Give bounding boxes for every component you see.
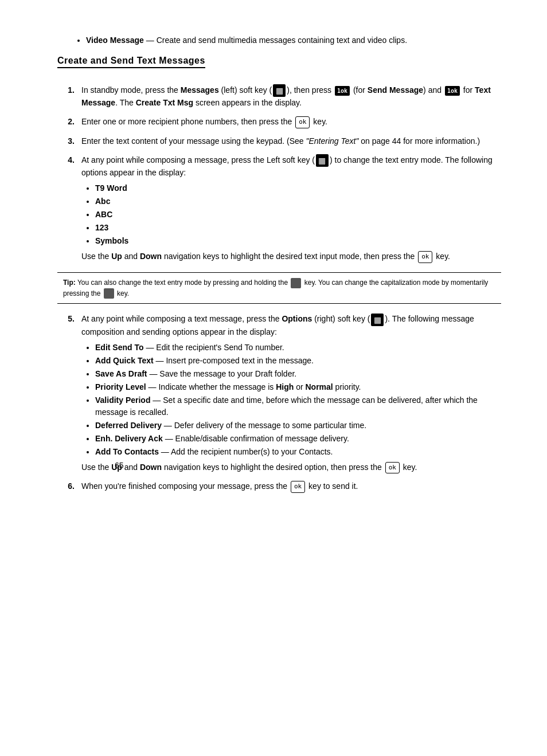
step-4-content: At any point while composing a message, … — [81, 154, 501, 263]
step-3: 3. Enter the text content of your messag… — [63, 135, 501, 147]
options-icon — [371, 314, 384, 326]
send-message-bold: Send Message — [368, 85, 423, 95]
option-symbols: Symbols — [95, 235, 501, 247]
step-6: 6. When you're finished composing your m… — [63, 480, 501, 493]
steps-list-continued: 5. At any point while composing a text m… — [63, 313, 501, 492]
step-3-content: Enter the text content of your message u… — [81, 135, 501, 147]
option-add-to-contacts: Add To Contacts — Add the recipient numb… — [95, 446, 501, 458]
tip-box: Tip: You can also change the text entry … — [57, 272, 501, 304]
tip-label: Tip: — [63, 279, 76, 287]
option-edit-send-to: Edit Send To — Edit the recipient's Send… — [95, 342, 501, 354]
step-5-options: Edit Send To — Edit the recipient's Send… — [81, 342, 501, 458]
messages-icon — [273, 84, 286, 97]
step-5-content: At any point while composing a text mess… — [81, 313, 501, 473]
option-enh-delivery-ack: Enh. Delivery Ack — Enable/disable confi… — [95, 433, 501, 445]
options-bold: Options — [282, 314, 312, 323]
entering-text-ref: "Entering Text" — [306, 136, 358, 146]
down-bold-5: Down — [140, 463, 162, 472]
step-1: 1. In standby mode, press the Messages (… — [63, 84, 501, 109]
step-4-options: T9 Word Abc ABC 123 Symbols — [81, 182, 501, 247]
option-save-as-draft: Save As Draft — Save the message to your… — [95, 368, 501, 380]
intro-bullet-video: Video Message — Create and send multimed… — [86, 34, 501, 46]
left-soft-key-icon — [316, 154, 329, 167]
create-txt-msg-bold: Create Txt Msg — [136, 98, 193, 107]
messages-bold: Messages — [181, 85, 219, 95]
abc-key-icon-1 — [291, 278, 301, 288]
page-container: Video Message — Create and send multimed… — [57, 34, 501, 493]
ok-key-step4: ok — [418, 251, 432, 263]
video-message-text: — Create and send multimedia messages co… — [146, 36, 407, 45]
down-bold: Down — [140, 252, 162, 261]
ok-key-step2: ok — [295, 116, 310, 128]
option-abc-upper: ABC — [95, 209, 501, 221]
send-msg-icon: 1ok — [335, 86, 350, 96]
step-2: 2. Enter one or more recipient phone num… — [63, 116, 501, 128]
abc-key-icon-2 — [104, 288, 114, 299]
step-4: 4. At any point while composing a messag… — [63, 154, 501, 263]
option-abc-cap: Abc — [95, 195, 501, 207]
option-t9word: T9 Word — [95, 182, 501, 194]
step-2-content: Enter one or more recipient phone number… — [81, 116, 501, 128]
option-deferred-delivery: Deferred Delivery — Defer delivery of th… — [95, 420, 501, 432]
step-5: 5. At any point while composing a text m… — [63, 313, 501, 473]
intro-section: Video Message — Create and send multimed… — [75, 34, 501, 46]
section-title: Create and Send Text Messages — [57, 56, 501, 76]
option-priority-level: Priority Level — Indicate whether the me… — [95, 381, 501, 393]
tip-text3: key. — [117, 289, 129, 297]
text-msg-icon: 1ok — [445, 86, 460, 96]
up-bold: Up — [111, 252, 122, 261]
step-1-content: In standby mode, press the Messages (lef… — [81, 84, 501, 109]
ok-key-step6: ok — [291, 481, 305, 493]
option-validity-period: Validity Period — Set a specific date an… — [95, 394, 501, 418]
option-add-quick-text: Add Quick Text — Insert pre-composed tex… — [95, 355, 501, 367]
option-123: 123 — [95, 222, 501, 234]
video-message-label: Video Message — [86, 36, 144, 45]
ok-key-step5: ok — [385, 462, 400, 474]
steps-list-primary: 1. In standby mode, press the Messages (… — [63, 84, 501, 263]
page-number: 65 — [115, 461, 124, 470]
tip-text1: You can also change the text entry mode … — [77, 279, 290, 287]
step-6-content: When you're finished composing your mess… — [81, 480, 501, 493]
